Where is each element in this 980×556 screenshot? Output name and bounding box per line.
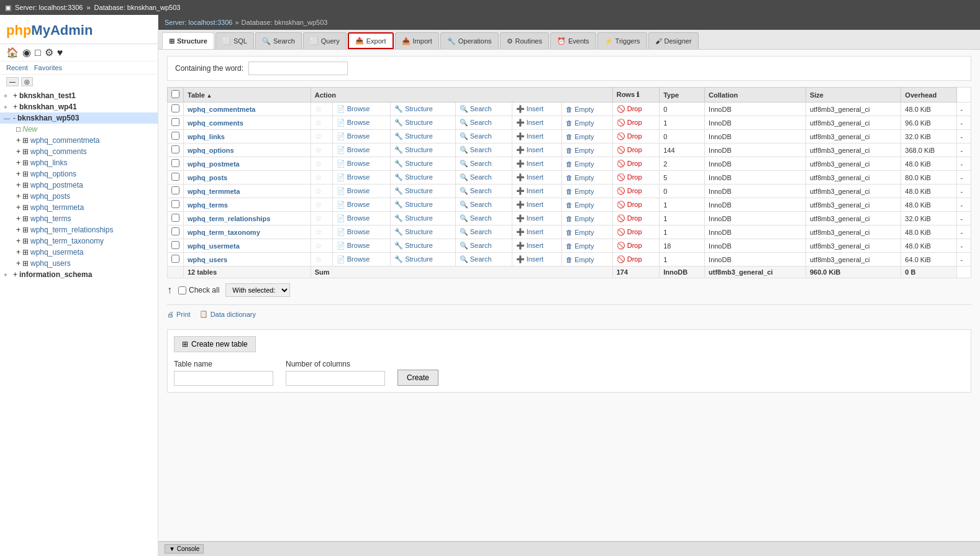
num-cols-input[interactable]: 4 (286, 371, 385, 386)
table-name-link[interactable]: wphq_term_taxonomy (188, 229, 260, 236)
search-link[interactable]: 🔍 Search (460, 105, 492, 113)
structure-link[interactable]: 🔧 Structure (394, 255, 433, 263)
heart-icon[interactable]: ♥ (57, 47, 63, 58)
sidebar-item-wphq_users[interactable]: + ⊞ wphq_users (12, 258, 158, 269)
drop-link[interactable]: 🚫 Drop (617, 255, 642, 263)
structure-link[interactable]: 🔧 Structure (394, 146, 433, 154)
structure-link[interactable]: 🔧 Structure (394, 160, 433, 168)
star-icon[interactable]: ☆ (315, 214, 322, 223)
structure-link[interactable]: 🔧 Structure (394, 201, 433, 209)
empty-link[interactable]: 🗑 Empty (566, 174, 594, 181)
home-icon[interactable]: 🏠 (6, 47, 19, 58)
insert-link[interactable]: ➕ Insert (516, 255, 544, 263)
table-name-link[interactable]: wphq_commentmeta (188, 106, 255, 113)
structure-link[interactable]: 🔧 Structure (394, 173, 433, 181)
structure-link[interactable]: 🔧 Structure (394, 187, 433, 195)
sidebar-item-wphq_term_relationships[interactable]: + ⊞ wphq_term_relationships (12, 224, 158, 235)
sidebar-item-wphq_posts[interactable]: + ⊞ wphq_posts (12, 191, 158, 202)
search-link[interactable]: 🔍 Search (460, 255, 492, 263)
check-all-checkbox[interactable] (178, 286, 186, 294)
row-select-checkbox[interactable] (171, 159, 179, 167)
insert-link[interactable]: ➕ Insert (516, 201, 544, 209)
sidebar-item-wphq_termmeta[interactable]: + ⊞ wphq_termmeta (12, 202, 158, 213)
browse-link[interactable]: 📄 Browse (337, 173, 370, 181)
browse-link[interactable]: 📄 Browse (337, 146, 370, 154)
sidebar-item-information_schema[interactable]: + + information_schema (0, 269, 158, 280)
sidebar-item-wphq_options[interactable]: + ⊞ wphq_options (12, 168, 158, 180)
browse-link[interactable]: 📄 Browse (337, 255, 370, 263)
drop-link[interactable]: 🚫 Drop (617, 214, 642, 222)
search-link[interactable]: 🔍 Search (460, 173, 492, 181)
search-link[interactable]: 🔍 Search (460, 146, 492, 154)
row-select-checkbox[interactable] (171, 173, 179, 181)
table-name-link[interactable]: wphq_term_relationships (188, 215, 270, 222)
row-select-checkbox[interactable] (171, 186, 179, 194)
star-icon[interactable]: ☆ (315, 241, 322, 250)
empty-link[interactable]: 🗑 Empty (566, 133, 594, 140)
star-icon[interactable]: ☆ (315, 132, 322, 141)
table-name-link[interactable]: wphq_users (188, 256, 227, 263)
table-name-link[interactable]: wphq_comments (188, 119, 243, 127)
create-new-table-button[interactable]: ⊞ Create new table (174, 336, 256, 352)
browse-link[interactable]: 📄 Browse (337, 214, 370, 222)
sidebar-item-wphq_links[interactable]: + ⊞ wphq_links (12, 157, 158, 168)
star-icon[interactable]: ☆ (315, 118, 322, 127)
tab-designer[interactable]: 🖌 Designer (648, 32, 699, 49)
square-icon[interactable]: □ (35, 47, 41, 58)
tab-import[interactable]: 📥 Import (395, 32, 439, 49)
row-select-checkbox[interactable] (171, 104, 179, 112)
insert-link[interactable]: ➕ Insert (516, 105, 544, 113)
row-select-checkbox[interactable] (171, 227, 179, 235)
gear-icon[interactable]: ⚙ (45, 47, 53, 58)
empty-link[interactable]: 🗑 Empty (566, 188, 594, 195)
search-link[interactable]: 🔍 Search (460, 187, 492, 195)
star-icon[interactable]: ☆ (315, 186, 322, 196)
star-icon[interactable]: ☆ (315, 159, 322, 168)
recent-link[interactable]: Recent (6, 64, 28, 71)
tab-sql[interactable]: ⬜ SQL (216, 32, 254, 49)
select-all-checkbox[interactable] (171, 90, 179, 98)
sidebar-item-bknskhan_test1[interactable]: + + bknskhan_test1 (0, 90, 158, 101)
search-link[interactable]: 🔍 Search (460, 132, 492, 140)
row-select-checkbox[interactable] (171, 214, 179, 222)
tab-structure[interactable]: ⊞ Structure (162, 32, 214, 49)
star-icon[interactable]: ☆ (315, 227, 322, 237)
insert-link[interactable]: ➕ Insert (516, 160, 544, 168)
create-table-submit-button[interactable]: Create (397, 370, 438, 386)
star-icon[interactable]: ☆ (315, 145, 322, 155)
table-name-link[interactable]: wphq_terms (188, 201, 228, 209)
empty-link[interactable]: 🗑 Empty (566, 256, 594, 263)
data-dictionary-link[interactable]: 📋 Data dictionary (199, 310, 256, 318)
search-link[interactable]: 🔍 Search (460, 201, 492, 209)
browse-link[interactable]: 📄 Browse (337, 187, 370, 195)
check-all-label[interactable]: Check all (178, 286, 219, 294)
expand-btn[interactable]: ◎ (21, 77, 33, 86)
tab-routines[interactable]: ⚙ Routines (500, 32, 549, 49)
table-name-link[interactable]: wphq_postmeta (188, 160, 240, 168)
insert-link[interactable]: ➕ Insert (516, 214, 544, 222)
browse-link[interactable]: 📄 Browse (337, 105, 370, 113)
structure-link[interactable]: 🔧 Structure (394, 105, 433, 113)
tab-events[interactable]: ⏰ Events (550, 32, 596, 49)
search-link[interactable]: 🔍 Search (460, 119, 492, 127)
browse-link[interactable]: 📄 Browse (337, 228, 370, 236)
star-icon[interactable]: ☆ (315, 255, 322, 264)
drop-link[interactable]: 🚫 Drop (617, 173, 642, 181)
empty-link[interactable]: 🗑 Empty (566, 119, 594, 127)
scroll-up-arrow[interactable]: ↑ (167, 285, 172, 296)
browse-link[interactable]: 📄 Browse (337, 201, 370, 209)
browse-link[interactable]: 📄 Browse (337, 242, 370, 250)
star-icon[interactable]: ☆ (315, 173, 322, 182)
empty-link[interactable]: 🗑 Empty (566, 215, 594, 222)
sidebar-item-wphq_usermeta[interactable]: + ⊞ wphq_usermeta (12, 247, 158, 258)
empty-link[interactable]: 🗑 Empty (566, 106, 594, 113)
with-selected-dropdown[interactable]: With selected: Browse Drop Export (225, 283, 290, 297)
table-name-link[interactable]: wphq_usermeta (188, 242, 240, 250)
insert-link[interactable]: ➕ Insert (516, 173, 544, 181)
sidebar-item-bknskhan_wp503[interactable]: — - bknskhan_wp503 (0, 112, 158, 124)
console-toggle-button[interactable]: ▼ Console (165, 544, 204, 554)
drop-link[interactable]: 🚫 Drop (617, 228, 642, 236)
table-name-link[interactable]: wphq_termmeta (188, 188, 240, 195)
sidebar-item-bknskhan_wp41[interactable]: + + bknskhan_wp41 (0, 101, 158, 112)
table-name-input[interactable] (174, 371, 273, 386)
